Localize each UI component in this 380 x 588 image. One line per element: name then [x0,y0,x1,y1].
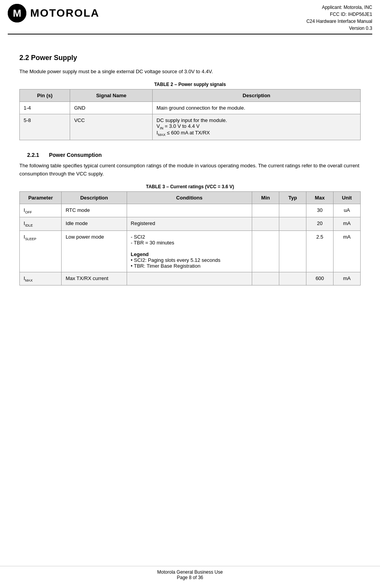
fcc-id-text: FCC ID: IHDP56JE1 [306,11,372,18]
table2-cell-pin: 5-8 [20,114,70,140]
table3-cell-desc: RTC mode [62,204,127,217]
header-right-info: Applicant: Motorola, INC FCC ID: IHDP56J… [306,4,372,32]
table-row: 5-8 VCC DC supply input for the module.V… [20,114,361,140]
table2-cell-pin: 1-4 [20,101,70,114]
manual-text: C24 Hardware Interface Manual [306,18,372,25]
table3-cell-max: 2.5 [306,230,334,272]
page-footer: Motorola General Business Use Page 8 of … [0,566,380,580]
section-2-2-1-number: 2.2.1 [27,152,39,158]
table3-cell-conditions: Registered [127,217,252,231]
table2-title: TABLE 2 – Power supply signals [19,82,361,87]
table3-cell-min [252,204,279,217]
table2: Pin (s) Signal Name Description 1-4 GND … [19,89,361,140]
table3-header-desc: Description [62,191,127,204]
table2-header-signal: Signal Name [70,89,153,101]
table2-cell-desc: DC supply input for the module.VIN = 3.0… [153,114,361,140]
footer-line1: Motorola General Business Use [0,569,380,575]
table3-title: TABLE 3 – Current ratings (VCC = 3.6 V) [19,184,361,189]
table3-cell-min [252,217,279,231]
table3-header-min: Min [252,191,279,204]
table2-cell-signal: GND [70,101,153,114]
table3-cell-typ [279,230,306,272]
section-2-2-1-body: The following table specifies typical cu… [19,162,361,178]
version-text: Version 0.3 [306,25,372,32]
table3-cell-unit: uA [334,204,361,217]
page-header: M MOTOROLA Applicant: Motorola, INC FCC … [0,0,380,34]
table3-cell-conditions [127,272,252,285]
table3-cell-typ [279,217,306,231]
table3-cell-unit: mA [334,217,361,231]
section-2-2-body: The Module power supply must be a single… [19,68,361,76]
motorola-label: MOTOROLA [30,7,100,19]
table3-cell-param: IIDLE [20,217,62,231]
applicant-text: Applicant: Motorola, INC [306,4,372,11]
motorola-logo-circle: M [8,4,26,22]
table3-cell-min [252,272,279,285]
table3-header-max: Max [306,191,334,204]
table3-cell-unit: mA [334,230,361,272]
section-2-2-1-title: Power Consumption [49,152,101,158]
table-row: IMAX Max TX/RX current 600 mA [20,272,361,285]
page-content: 2.2 Power Supply The Module power supply… [0,34,380,293]
logo-area: M MOTOROLA [8,4,100,22]
table3-header-typ: Typ [279,191,306,204]
table3-cell-max: 600 [306,272,334,285]
table3-cell-max: 30 [306,204,334,217]
table3-cell-conditions [127,204,252,217]
table3-header-param: Parameter [20,191,62,204]
section-2-2-title: 2.2 Power Supply [19,54,361,62]
table2-header-pin: Pin (s) [20,89,70,101]
table3-cell-unit: mA [334,272,361,285]
table3-cell-param: IOFF [20,204,62,217]
table2-header-description: Description [153,89,361,101]
section-2-2-1-heading: 2.2.1 Power Consumption [27,152,361,158]
table3-cell-min [252,230,279,272]
table3-header-conditions: Conditions [127,191,252,204]
table3-header-unit: Unit [334,191,361,204]
table3-cell-desc: Low power mode [62,230,127,272]
table-row: IIDLE Idle mode Registered 20 mA [20,217,361,231]
table3: Parameter Description Conditions Min Typ… [19,191,361,286]
footer-line2: Page 8 of 36 [0,575,380,580]
table3-cell-typ [279,204,306,217]
table-row: ISLEEP Low power mode - SCI2- TBR = 30 m… [20,230,361,272]
table3-cell-typ [279,272,306,285]
table-row: 1-4 GND Main ground connection for the m… [20,101,361,114]
table3-cell-param: ISLEEP [20,230,62,272]
motorola-wordmark: MOTOROLA [30,7,100,19]
table3-cell-param: IMAX [20,272,62,285]
table3-cell-desc: Max TX/RX current [62,272,127,285]
table3-cell-conditions: - SCI2- TBR = 30 minutesLegend• SCI2: Pa… [127,230,252,272]
table3-cell-desc: Idle mode [62,217,127,231]
table2-cell-signal: VCC [70,114,153,140]
table2-cell-desc: Main ground connection for the module. [153,101,361,114]
table3-cell-max: 20 [306,217,334,231]
table-row: IOFF RTC mode 30 uA [20,204,361,217]
svg-text:M: M [13,7,21,19]
